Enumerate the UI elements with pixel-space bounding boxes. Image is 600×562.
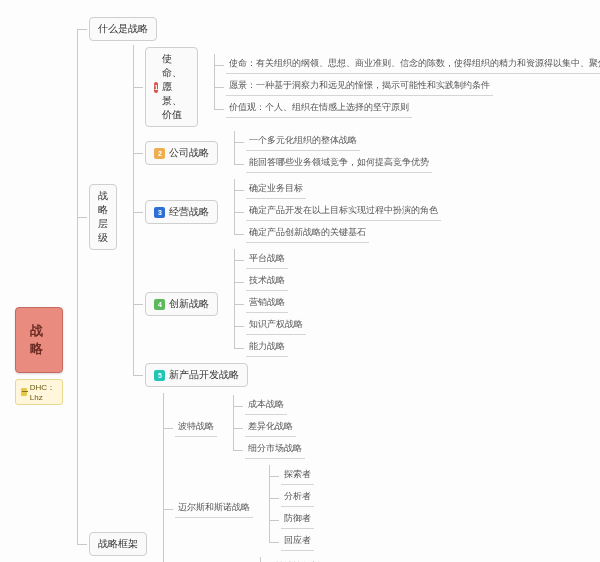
root-node[interactable]: 战略 — [15, 307, 63, 373]
leaf[interactable]: 能力战略 — [246, 339, 288, 357]
priority-2-icon: 2 — [154, 148, 165, 159]
priority-4-icon: 4 — [154, 299, 165, 310]
node-label: 新产品开发战略 — [169, 368, 239, 382]
note-icon — [21, 388, 27, 396]
leaf[interactable]: 确定产品开发在以上目标实现过程中扮演的角色 — [246, 203, 441, 221]
leaf[interactable]: 能回答哪些业务领域竞争，如何提高竞争优势 — [246, 155, 432, 173]
node-label: 经营战略 — [169, 205, 209, 219]
root-tag-text: DHC：Lhz — [30, 382, 58, 402]
node-label: 战略框架 — [98, 537, 138, 551]
leaf[interactable]: 差异化战略 — [245, 419, 296, 437]
node-label: 使命、愿景、价值 — [162, 52, 189, 122]
priority-5-icon: 5 — [154, 370, 165, 381]
node-label: 战略层级 — [98, 189, 108, 245]
node-business[interactable]: 3经营战略 — [145, 200, 218, 224]
leaf[interactable]: 营销战略 — [246, 295, 288, 313]
branch-frameworks[interactable]: 战略框架 — [89, 532, 147, 556]
leaf[interactable]: 确定产品创新战略的关键基石 — [246, 225, 369, 243]
leaf[interactable]: 愿景：一种基于洞察力和远见的憧憬，揭示可能性和实践制约条件 — [226, 78, 493, 96]
leaf[interactable]: 回应者 — [281, 533, 314, 551]
node-innovation[interactable]: 4创新战略 — [145, 292, 218, 316]
node-miles-snow[interactable]: 迈尔斯和斯诺战略 — [175, 500, 253, 518]
node-label: 公司战略 — [169, 146, 209, 160]
priority-3-icon: 3 — [154, 207, 165, 218]
root-title: 战略 — [30, 323, 43, 356]
mindmap: 战略 DHC：Lhz 什么是战略 战略层级 1使命、愿景、价值 使命：有关组织的… — [15, 15, 585, 562]
leaf[interactable]: 技术战略 — [246, 273, 288, 291]
branch-list: 什么是战略 战略层级 1使命、愿景、价值 使命：有关组织的纲领、思想、商业准则、… — [63, 15, 600, 562]
leaf[interactable]: 分析者 — [281, 489, 314, 507]
leaf[interactable]: 防御者 — [281, 511, 314, 529]
node-mission[interactable]: 1使命、愿景、价值 — [145, 47, 198, 127]
priority-1-icon: 1 — [154, 82, 158, 93]
branch-what-is[interactable]: 什么是战略 — [89, 17, 157, 41]
leaf[interactable]: 探索者 — [281, 467, 314, 485]
node-npd[interactable]: 5新产品开发战略 — [145, 363, 248, 387]
leaf[interactable]: 知识产权战略 — [246, 317, 306, 335]
node-corporate[interactable]: 2公司战略 — [145, 141, 218, 165]
branch-levels[interactable]: 战略层级 — [89, 184, 117, 250]
leaf[interactable]: 使命：有关组织的纲领、思想、商业准则、信念的陈数，使得组织的精力和资源得以集中、… — [226, 56, 600, 74]
leaf[interactable]: 平台战略 — [246, 251, 288, 269]
leaf[interactable]: 细分市场战略 — [245, 441, 305, 459]
leaf[interactable]: 价值观：个人、组织在情感上选择的坚守原则 — [226, 100, 412, 118]
node-label: 创新战略 — [169, 297, 209, 311]
leaf[interactable]: 一个多元化组织的整体战略 — [246, 133, 360, 151]
node-label: 什么是战略 — [98, 22, 148, 36]
node-porter[interactable]: 波特战略 — [175, 419, 217, 437]
leaf[interactable]: 成本战略 — [245, 397, 287, 415]
root-tag[interactable]: DHC：Lhz — [15, 379, 63, 405]
leaf[interactable]: 确定业务目标 — [246, 181, 306, 199]
